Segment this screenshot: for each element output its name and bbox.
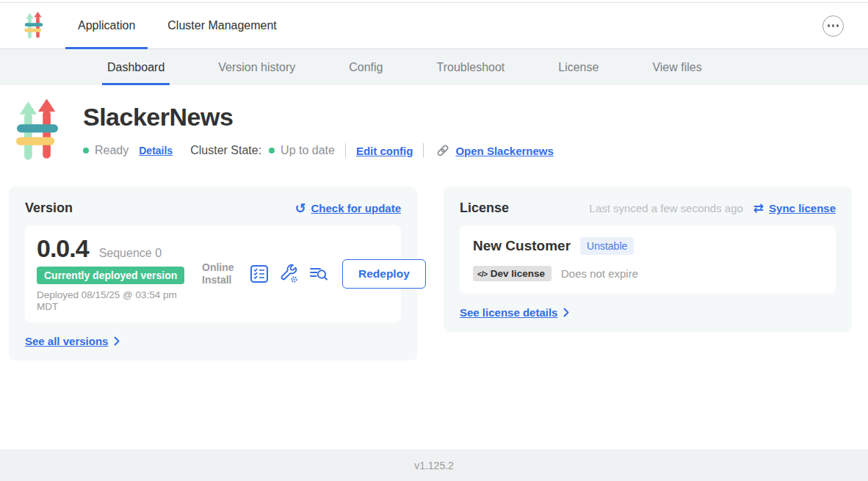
more-menu-button[interactable] xyxy=(822,15,844,37)
tab-cluster-management-label: Cluster Management xyxy=(167,19,277,32)
check-for-update-link[interactable]: Check for update xyxy=(311,202,401,214)
last-synced-text: Last synced a few seconds ago xyxy=(590,202,743,214)
admin-console-page: Application Cluster Management Dashboard… xyxy=(0,0,868,481)
subnav-license-label: License xyxy=(558,61,598,74)
deployed-badge: Currently deployed version xyxy=(37,267,184,284)
subnav-item-license[interactable]: License xyxy=(553,49,604,85)
page-title: SlackerNews xyxy=(83,103,554,131)
sync-license[interactable]: ⇄ Sync license xyxy=(753,202,836,214)
edit-config-wrench-icon[interactable] xyxy=(278,264,299,284)
sync-icon: ⇄ xyxy=(753,202,764,214)
view-logs-icon[interactable] xyxy=(308,264,329,283)
app-subnav: Dashboard Version history Config Trouble… xyxy=(0,49,868,85)
tab-cluster-management[interactable]: Cluster Management xyxy=(155,3,289,48)
subnav-item-troubleshoot[interactable]: Troubleshoot xyxy=(431,49,510,85)
chevron-right-icon xyxy=(563,308,570,317)
subnav-config-label: Config xyxy=(349,61,383,74)
divider xyxy=(345,143,346,158)
open-app-link[interactable]: Open Slackernews xyxy=(455,145,553,157)
subnav-view-files-label: View files xyxy=(652,61,701,74)
subnav-item-version-history[interactable]: Version history xyxy=(213,49,300,85)
version-card-header: Version ↺ Check for update xyxy=(25,200,401,216)
deployed-timestamp: Deployed 08/15/25 @ 03:54 pm MDT xyxy=(37,289,184,313)
nav-tabs: Application Cluster Management xyxy=(65,3,289,48)
see-all-versions-link[interactable]: See all versions xyxy=(25,335,108,347)
current-version-panel: 0.0.4 Sequence 0 Currently deployed vers… xyxy=(25,225,401,322)
status-details-link[interactable]: Details xyxy=(139,145,173,156)
license-card-header: License Last synced a few seconds ago ⇄ … xyxy=(460,200,836,216)
top-nav: Application Cluster Management xyxy=(0,3,868,49)
console-version: v1.125.2 xyxy=(414,460,454,471)
license-meta-row: </> Dev license Does not expire xyxy=(473,266,822,281)
customer-name: New Customer xyxy=(473,238,571,254)
subnav-item-view-files[interactable]: View files xyxy=(647,49,706,85)
subnav-item-config[interactable]: Config xyxy=(344,49,388,85)
version-card-title: Version xyxy=(25,200,73,216)
cluster-state-dot-icon xyxy=(269,148,275,153)
edit-config-link[interactable]: Edit config xyxy=(356,145,413,157)
version-info: 0.0.4 Sequence 0 Currently deployed vers… xyxy=(37,235,202,313)
refresh-icon: ↺ xyxy=(294,202,305,215)
ellipsis-icon xyxy=(828,24,831,27)
license-type-tag: </> Dev license xyxy=(473,266,551,281)
subnav-dashboard-label: Dashboard xyxy=(107,61,164,74)
version-actions: Online Install xyxy=(202,259,426,289)
version-number: 0.0.4 xyxy=(37,235,89,261)
subnav-version-history-label: Version history xyxy=(218,61,295,74)
check-for-update[interactable]: ↺ Check for update xyxy=(294,202,401,215)
redeploy-button[interactable]: Redeploy xyxy=(342,259,426,289)
code-icon: </> xyxy=(477,270,488,278)
sync-license-link[interactable]: Sync license xyxy=(769,202,836,214)
see-all-versions[interactable]: See all versions xyxy=(25,335,401,347)
dashboard-main: SlackerNews Ready Details Cluster State:… xyxy=(0,85,868,361)
license-card: License Last synced a few seconds ago ⇄ … xyxy=(444,187,852,332)
console-footer: v1.125.2 xyxy=(0,449,868,481)
subnav-item-dashboard[interactable]: Dashboard xyxy=(102,49,170,85)
app-header: SlackerNews Ready Details Cluster State:… xyxy=(16,98,868,163)
cluster-state-label: Cluster State: xyxy=(190,144,261,157)
see-license-details-link[interactable]: See license details xyxy=(460,306,557,319)
divider xyxy=(423,143,424,158)
channel-badge: Unstable xyxy=(580,237,634,255)
license-type-label: Dev license xyxy=(491,268,545,279)
app-logo-icon xyxy=(24,12,43,40)
see-license-details[interactable]: See license details xyxy=(460,306,836,319)
app-status-row: Ready Details Cluster State: Up to date … xyxy=(83,143,554,158)
app-logo-large-icon xyxy=(16,98,59,163)
preflight-checks-icon[interactable] xyxy=(250,264,269,283)
license-card-title: License xyxy=(460,200,509,216)
customer-row: New Customer Unstable xyxy=(473,237,822,255)
chevron-right-icon xyxy=(114,336,120,346)
app-status-text: Ready xyxy=(95,144,129,157)
license-expiry: Does not expire xyxy=(561,267,638,280)
dashboard-cards: Version ↺ Check for update 0.0.4 Sequenc… xyxy=(9,187,852,361)
subnav-troubleshoot-label: Troubleshoot xyxy=(436,61,504,74)
link-icon xyxy=(435,143,450,158)
version-card: Version ↺ Check for update 0.0.4 Sequenc… xyxy=(9,187,417,361)
tab-application[interactable]: Application xyxy=(65,3,148,48)
install-type-label: Online Install xyxy=(202,261,240,287)
app-info: SlackerNews Ready Details Cluster State:… xyxy=(83,98,554,163)
cluster-state-value: Up to date xyxy=(281,144,335,157)
version-line: 0.0.4 Sequence 0 xyxy=(37,235,202,261)
license-panel: New Customer Unstable </> Dev license Do… xyxy=(460,225,836,294)
tab-application-label: Application xyxy=(78,19,135,32)
version-sequence: Sequence 0 xyxy=(99,247,162,260)
status-dot-icon xyxy=(83,148,89,153)
